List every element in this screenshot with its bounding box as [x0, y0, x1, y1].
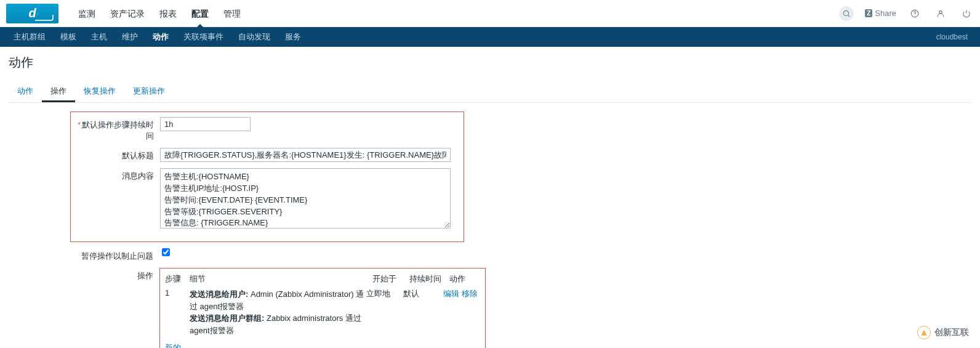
col-duration: 持续时间 — [409, 273, 449, 285]
edit-link[interactable]: 编辑 — [443, 289, 459, 298]
nav-configuration[interactable]: 配置 — [184, 0, 216, 27]
nav-administration[interactable]: 管理 — [216, 0, 248, 27]
ops-detail: 发送消息给用户: Admin (Zabbix Administrator) 通过… — [190, 288, 366, 336]
col-detail: 细节 — [190, 273, 372, 285]
tab-recovery[interactable]: 恢复操作 — [75, 82, 124, 102]
ops-duration: 默认 — [403, 288, 443, 299]
svg-marker-6 — [921, 330, 926, 335]
col-start: 开始于 — [372, 273, 409, 285]
logo[interactable]: d — [6, 4, 58, 23]
col-action: 动作 — [449, 273, 480, 285]
highlight-box-1: *默认操作步骤持续时间 默认标题 消息内容 — [70, 111, 464, 242]
sub-bar: 主机群组 模板 主机 维护 动作 关联项事件 自动发现 服务 cloudbest — [0, 27, 980, 47]
ops-start: 立即地 — [366, 288, 403, 299]
svg-line-1 — [848, 15, 850, 17]
watermark-text: 创新互联 — [934, 327, 969, 338]
ops-actions: 编辑 移除 — [443, 288, 480, 299]
message-textarea[interactable] — [160, 168, 451, 229]
operations-label: 操作 — [70, 268, 159, 281]
svg-point-0 — [844, 10, 849, 15]
subnav-correlation[interactable]: 关联项事件 — [176, 27, 231, 47]
search-icon[interactable] — [839, 6, 854, 21]
operations-table: 步骤 细节 开始于 持续时间 动作 1 发送消息给用户: Admin (Zabb… — [159, 268, 486, 348]
top-bar: d 监测 资产记录 报表 配置 管理 Z Share — [0, 0, 980, 27]
z-icon: Z — [865, 9, 872, 17]
subnav-hosts[interactable]: 主机 — [84, 27, 114, 47]
power-icon[interactable] — [959, 6, 974, 21]
nav-inventory[interactable]: 资产记录 — [103, 0, 152, 27]
message-label: 消息内容 — [71, 168, 160, 182]
subnav-templates[interactable]: 模板 — [53, 27, 84, 47]
watermark-icon — [917, 326, 931, 339]
subnav-discovery[interactable]: 自动发现 — [231, 27, 278, 47]
subnav-maintenance[interactable]: 维护 — [114, 27, 145, 47]
tab-operations[interactable]: 操作 — [42, 82, 75, 102]
tab-update[interactable]: 更新操作 — [124, 82, 174, 102]
subject-input[interactable] — [160, 148, 451, 162]
top-right: Z Share — [839, 6, 974, 21]
help-icon[interactable] — [907, 6, 922, 21]
ops-row: 1 发送消息给用户: Admin (Zabbix Administrator) … — [165, 288, 480, 336]
subnav-actions[interactable]: 动作 — [145, 27, 176, 47]
pause-checkbox[interactable] — [162, 248, 170, 256]
watermark: 创新互联 — [917, 326, 969, 339]
col-step: 步骤 — [165, 273, 190, 285]
subnav-hostgroups[interactable]: 主机群组 — [6, 27, 53, 47]
nav-reports[interactable]: 报表 — [152, 0, 184, 27]
pause-label: 暂停操作以制止问题 — [70, 248, 159, 262]
nav-monitoring[interactable]: 监测 — [71, 0, 103, 27]
subject-label: 默认标题 — [71, 148, 160, 161]
share-label: Share — [875, 9, 896, 18]
duration-input[interactable] — [160, 117, 251, 131]
new-operation-link[interactable]: 新的 — [165, 343, 181, 348]
page-title: 动作 — [9, 54, 971, 71]
user-icon[interactable] — [933, 6, 948, 21]
form-region: *默认操作步骤持续时间 默认标题 消息内容 暂停操作以制止问题 操作 步骤 — [70, 111, 971, 348]
ops-step-num: 1 — [165, 288, 190, 297]
share-link[interactable]: Z Share — [865, 9, 896, 18]
subnav-services[interactable]: 服务 — [278, 27, 308, 47]
remove-link[interactable]: 移除 — [462, 289, 478, 298]
form-tabs: 动作 操作 恢复操作 更新操作 — [9, 82, 971, 103]
svg-point-4 — [939, 10, 942, 14]
subnav-right: cloudbest — [936, 33, 974, 41]
ops-header: 步骤 细节 开始于 持续时间 动作 — [165, 273, 480, 285]
top-nav: 监测 资产记录 报表 配置 管理 — [71, 0, 248, 27]
duration-label: *默认操作步骤持续时间 — [71, 117, 160, 142]
tab-action[interactable]: 动作 — [9, 82, 42, 102]
sub-nav: 主机群组 模板 主机 维护 动作 关联项事件 自动发现 服务 — [6, 27, 308, 47]
page-content: 动作 动作 操作 恢复操作 更新操作 *默认操作步骤持续时间 默认标题 消息内容… — [0, 47, 980, 348]
